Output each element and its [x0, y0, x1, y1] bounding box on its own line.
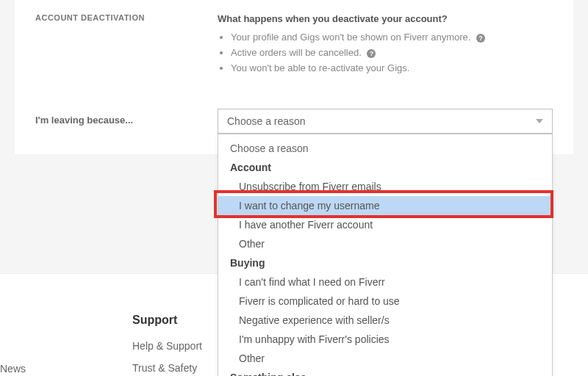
chevron-down-icon [536, 119, 543, 123]
reason-select[interactable]: Choose a reason [218, 109, 553, 134]
help-icon[interactable]: ? [476, 34, 485, 43]
dropdown-option[interactable]: Other [218, 349, 552, 368]
bullet-item: You won't be able to re-activate your Gi… [231, 62, 553, 73]
dropdown-option[interactable]: Negative experience with seller/s [218, 311, 552, 330]
reason-select-wrap: Choose a reason Choose a reasonAccountUn… [218, 109, 553, 134]
dropdown-option[interactable]: I have another Fiverr account [218, 215, 552, 234]
dropdown-placeholder[interactable]: Choose a reason [218, 139, 552, 158]
bullet-text: Your profile and Gigs won't be shown on … [231, 32, 470, 43]
dropdown-group-label: Account [218, 158, 552, 177]
dropdown-option[interactable]: Unsubscribe from Fiverr emails [218, 177, 552, 196]
footer-link-news[interactable]: News [0, 363, 26, 375]
section-heading: ACCOUNT DEACTIVATION [35, 13, 218, 22]
bullet-text: Active orders will be cancelled. [231, 47, 362, 58]
bullet-text: You won't be able to re-activate your Gi… [231, 62, 409, 73]
deactivation-card: ACCOUNT DEACTIVATION What happens when y… [15, 0, 573, 154]
dropdown-option[interactable]: I want to change my username [218, 196, 552, 215]
bullet-item: Active orders will be cancelled. ? [231, 47, 553, 58]
footer-link-trust[interactable]: Trust & Safety [132, 362, 202, 374]
dropdown-option[interactable]: I'm unhappy with Fiverr's policies [218, 330, 552, 349]
footer-col-title-support: Support [132, 314, 202, 327]
select-value: Choose a reason [227, 115, 306, 127]
dropdown-option[interactable]: I can't find what I need on Fiverr [218, 272, 552, 292]
dropdown-option[interactable]: Fiverr is complicated or hard to use [218, 292, 552, 311]
dropdown-option-something-else[interactable]: Something else [218, 368, 552, 376]
leaving-label: I'm leaving because... [35, 109, 218, 126]
dropdown-group-label: Buying [218, 253, 552, 272]
help-icon[interactable]: ? [367, 49, 376, 58]
leaving-reason-row: I'm leaving because... Choose a reason C… [35, 109, 553, 134]
deactivation-section: ACCOUNT DEACTIVATION What happens when y… [35, 0, 553, 78]
footer-link-help[interactable]: Help & Support [132, 340, 202, 352]
reason-dropdown: Choose a reasonAccountUnsubscribe from F… [218, 134, 553, 376]
bullet-item: Your profile and Gigs won't be shown on … [231, 32, 553, 43]
deactivation-bullets: Your profile and Gigs won't be shown on … [218, 32, 553, 73]
dropdown-option[interactable]: Other [218, 234, 552, 253]
deactivation-question: What happens when you deactivate your ac… [218, 13, 553, 24]
